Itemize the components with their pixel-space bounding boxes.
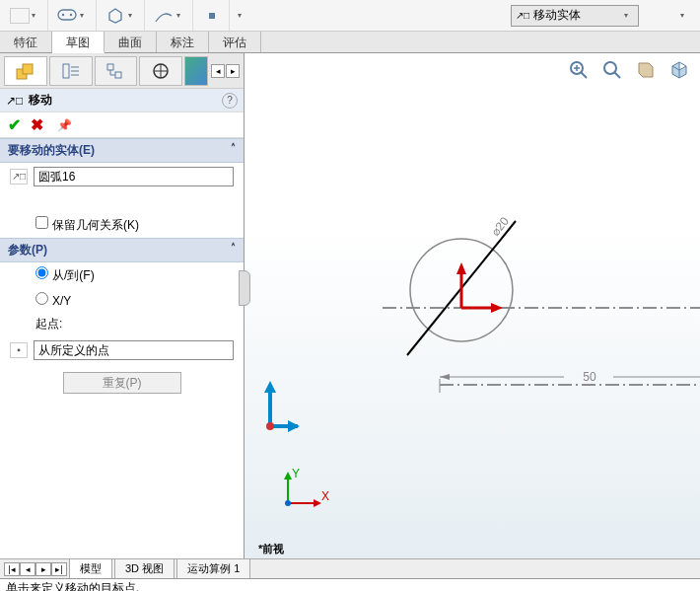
cancel-button[interactable]: ✖ [31,115,43,134]
feature-tabs: 特征 草图 曲面 标注 评估 [0,32,700,53]
circle-tool-icon[interactable] [56,5,78,27]
panel-nav-prev[interactable]: ◂ [211,64,225,78]
svg-marker-47 [284,472,292,480]
bottom-tab-model[interactable]: 模型 [69,559,112,578]
dropdown-arrow[interactable]: ▾ [128,11,138,20]
svg-text:X: X [321,489,329,503]
point-icon: ▪ [10,342,28,358]
keep-relations-label[interactable]: 保留几何关系(K) [35,216,139,234]
radio-fromto[interactable] [35,266,48,279]
main-area: ◂ ▸ ↗□ 移动 ? ✔ ✖ 📌 要移动的实体(E) ˄ ↗□ 保留几何关系(… [0,53,700,558]
dropdown-arrow[interactable]: ▾ [680,11,690,20]
svg-marker-35 [440,374,450,380]
tab-features[interactable]: 特征 [0,32,52,52]
zoom-fit-icon[interactable] [566,57,592,83]
option-xy[interactable]: X/Y [35,292,71,308]
svg-rect-6 [23,64,33,74]
panel-tab-appearance[interactable] [184,56,208,86]
dropdown-arrow[interactable]: ▾ [624,11,634,20]
command-combo[interactable]: ↗□ 移动实体 ▾ [511,5,639,27]
svg-line-19 [581,72,587,78]
section-view-icon[interactable] [633,57,659,83]
command-title-bar: ↗□ 移动 ? [0,89,244,112]
bottom-tab-3dview[interactable]: 3D 视图 [114,559,175,578]
btab-nav-last[interactable]: ▸| [51,562,67,576]
bottom-tabs: |◂ ◂ ▸ ▸| 模型 3D 视图 运动算例 1 [0,558,700,578]
ok-button[interactable]: ✔ [8,115,21,134]
chevron-up-icon: ˄ [231,242,236,253]
svg-text:⌀20: ⌀20 [488,214,512,239]
panel-tabs: ◂ ▸ [0,53,244,89]
move-icon: ↗□ [6,94,23,108]
svg-marker-3 [109,9,121,23]
svg-point-23 [410,239,513,341]
svg-rect-11 [107,64,113,70]
repeat-button[interactable]: 重复(P) [63,372,181,394]
dropdown-arrow[interactable]: ▾ [80,11,90,20]
svg-rect-12 [115,72,121,78]
start-point-label: 起点: [35,316,62,332]
view-triad-handles[interactable] [250,379,300,438]
entity-input[interactable] [34,167,234,186]
view-toolbar [566,57,692,83]
dropdown-arrow[interactable]: ▾ [176,11,186,20]
move-icon: ↗□ [516,10,529,21]
command-title: 移动 [29,92,52,109]
svg-marker-44 [288,420,300,432]
polygon-tool-icon[interactable] [105,5,126,27]
sketch-geometry: 50 ⌀20 [323,182,698,408]
radio-xy[interactable] [35,292,48,305]
svg-point-2 [70,13,72,15]
svg-rect-7 [63,64,69,78]
tab-annotation[interactable]: 标注 [157,32,209,52]
keep-relations-checkbox[interactable] [35,216,48,229]
btab-nav-next[interactable]: ▸ [35,562,51,576]
panel-nav-next[interactable]: ▸ [226,64,240,78]
tab-sketch[interactable]: 草图 [52,32,105,53]
bottom-tab-motion[interactable]: 运动算例 1 [176,559,250,578]
pin-icon[interactable]: 📌 [57,118,72,132]
dropdown-arrow[interactable]: ▾ [238,11,247,20]
ribbon: ▾ ▾ ▾ ▾ ▾ ↗□ 移动实体 ▾ ▾ [0,0,700,32]
ribbon-icon-1[interactable] [10,8,30,24]
panel-tab-feature-tree[interactable] [4,56,47,86]
option-fromto[interactable]: 从/到(F) [35,266,95,284]
btab-nav-first[interactable]: |◂ [4,562,20,576]
help-icon[interactable]: ? [222,93,238,109]
svg-line-21 [614,72,620,78]
command-combo-label: 移动实体 [533,7,581,24]
btab-nav-prev[interactable]: ◂ [20,562,35,576]
svg-rect-4 [209,13,215,19]
svg-line-24 [407,221,516,355]
panel-tab-config[interactable] [95,56,138,86]
svg-text:50: 50 [583,370,596,384]
svg-marker-42 [264,381,276,393]
svg-marker-28 [491,303,503,313]
tab-evaluate[interactable]: 评估 [209,32,261,52]
property-panel: ◂ ▸ ↗□ 移动 ? ✔ ✖ 📌 要移动的实体(E) ˄ ↗□ 保留几何关系(… [0,53,245,558]
section-entities[interactable]: 要移动的实体(E) ˄ [0,138,244,163]
panel-tab-property[interactable] [49,56,93,86]
svg-point-45 [266,422,274,430]
svg-point-1 [62,13,64,15]
command-actions: ✔ ✖ 📌 [0,112,244,138]
svg-point-52 [285,500,291,506]
view-label: *前视 [258,542,284,556]
status-bar: 单击来定义移动的目标点. [0,578,700,591]
svg-marker-26 [456,262,466,274]
svg-rect-0 [58,10,76,20]
dropdown-arrow[interactable]: ▾ [32,11,41,20]
start-point-input[interactable] [34,340,234,360]
point-tool-icon[interactable] [201,5,223,27]
view-orientation-icon[interactable] [666,57,692,83]
coordinate-triad: Y X [274,468,329,513]
zoom-area-icon[interactable] [599,57,625,83]
svg-text:Y: Y [292,467,300,480]
arc-tool-icon[interactable] [153,5,175,27]
selection-icon: ↗□ [10,169,28,185]
section-params[interactable]: 参数(P) ˄ [0,238,244,262]
panel-tab-dimxpert[interactable] [139,56,182,86]
panel-splitter[interactable] [239,270,250,306]
tab-surface[interactable]: 曲面 [105,32,157,52]
graphics-canvas[interactable]: 50 ⌀20 Y X *前视 [245,53,700,558]
